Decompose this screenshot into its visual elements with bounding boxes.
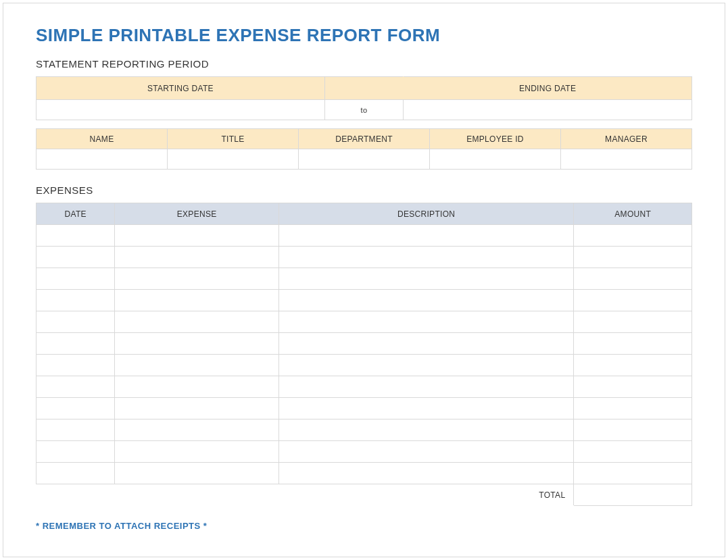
employee-table: NAME TITLE DEPARTMENT EMPLOYEE ID MANAGE…: [36, 128, 692, 170]
period-section-label: STATEMENT REPORTING PERIOD: [36, 58, 692, 70]
employee-header-title: TITLE: [168, 129, 299, 149]
employee-manager-cell[interactable]: [561, 149, 692, 170]
employee-header-manager: MANAGER: [561, 129, 692, 149]
expense-expense-cell[interactable]: [115, 225, 279, 247]
expense-amount-cell[interactable]: [574, 290, 692, 311]
expense-expense-cell[interactable]: [115, 398, 279, 419]
expense-description-cell[interactable]: [278, 441, 574, 463]
expense-date-cell[interactable]: [37, 247, 115, 268]
form-title: SIMPLE PRINTABLE EXPENSE REPORT FORM: [36, 25, 692, 46]
expense-expense-cell[interactable]: [115, 247, 279, 268]
expense-description-cell[interactable]: [278, 355, 574, 376]
expense-description-cell[interactable]: [278, 268, 574, 290]
employee-id-cell[interactable]: [430, 149, 561, 170]
ending-date-cell[interactable]: [404, 100, 692, 120]
table-row: [37, 268, 692, 290]
expense-description-cell[interactable]: [278, 225, 574, 247]
employee-header-employeeid: EMPLOYEE ID: [430, 129, 561, 149]
ending-date-header: ENDING DATE: [404, 77, 692, 100]
expense-date-cell[interactable]: [37, 268, 115, 290]
expense-expense-cell[interactable]: [115, 311, 279, 333]
expense-date-cell[interactable]: [37, 376, 115, 398]
table-row: [37, 311, 692, 333]
expense-expense-cell[interactable]: [115, 441, 279, 463]
expenses-table: DATE EXPENSE DESCRIPTION AMOUNT TOTAL: [36, 203, 692, 506]
expense-description-cell[interactable]: [278, 419, 574, 441]
table-row: [37, 398, 692, 419]
expense-description-cell[interactable]: [278, 376, 574, 398]
expense-expense-cell[interactable]: [115, 376, 279, 398]
expenses-header-expense: EXPENSE: [115, 203, 279, 225]
table-row: [37, 355, 692, 376]
table-row: [37, 290, 692, 311]
expense-amount-cell[interactable]: [574, 268, 692, 290]
period-header-spacer: [324, 77, 403, 100]
table-row: [37, 419, 692, 441]
expense-expense-cell[interactable]: [115, 268, 279, 290]
expense-expense-cell[interactable]: [115, 463, 279, 484]
table-row: [37, 376, 692, 398]
expense-amount-cell[interactable]: [574, 333, 692, 355]
expense-amount-cell[interactable]: [574, 441, 692, 463]
period-table: STARTING DATE ENDING DATE to: [36, 76, 692, 120]
expense-description-cell[interactable]: [278, 290, 574, 311]
expense-date-cell[interactable]: [37, 398, 115, 419]
expense-expense-cell[interactable]: [115, 355, 279, 376]
expense-date-cell[interactable]: [37, 463, 115, 484]
expense-date-cell[interactable]: [37, 333, 115, 355]
expense-amount-cell[interactable]: [574, 311, 692, 333]
table-row: [37, 441, 692, 463]
table-row: [37, 225, 692, 247]
expense-date-cell[interactable]: [37, 311, 115, 333]
expense-date-cell[interactable]: [37, 355, 115, 376]
employee-header-department: DEPARTMENT: [299, 129, 430, 149]
expense-date-cell[interactable]: [37, 419, 115, 441]
expenses-header-date: DATE: [37, 203, 115, 225]
expenses-section: EXPENSES DATE EXPENSE DESCRIPTION AMOUNT…: [36, 184, 692, 506]
expense-amount-cell[interactable]: [574, 355, 692, 376]
expense-description-cell[interactable]: [278, 247, 574, 268]
expense-description-cell[interactable]: [278, 311, 574, 333]
expense-amount-cell[interactable]: [574, 376, 692, 398]
expense-amount-cell[interactable]: [574, 419, 692, 441]
expense-expense-cell[interactable]: [115, 333, 279, 355]
expense-amount-cell[interactable]: [574, 463, 692, 484]
expense-description-cell[interactable]: [278, 463, 574, 484]
total-label: TOTAL: [37, 484, 574, 506]
employee-name-cell[interactable]: [37, 149, 168, 170]
employee-header-name: NAME: [37, 129, 168, 149]
expense-date-cell[interactable]: [37, 441, 115, 463]
starting-date-header: STARTING DATE: [37, 77, 325, 100]
table-row: [37, 247, 692, 268]
form-page: SIMPLE PRINTABLE EXPENSE REPORT FORM STA…: [3, 3, 725, 557]
expense-amount-cell[interactable]: [574, 225, 692, 247]
expense-expense-cell[interactable]: [115, 419, 279, 441]
expenses-header-amount: AMOUNT: [574, 203, 692, 225]
expense-date-cell[interactable]: [37, 225, 115, 247]
table-row: [37, 333, 692, 355]
expense-description-cell[interactable]: [278, 398, 574, 419]
employee-title-cell[interactable]: [168, 149, 299, 170]
expense-amount-cell[interactable]: [574, 398, 692, 419]
period-to-label: to: [324, 100, 403, 120]
starting-date-cell[interactable]: [37, 100, 325, 120]
total-value-cell[interactable]: [574, 484, 692, 506]
expense-expense-cell[interactable]: [115, 290, 279, 311]
expenses-section-label: EXPENSES: [36, 184, 692, 196]
table-row: [37, 463, 692, 484]
expense-date-cell[interactable]: [37, 290, 115, 311]
expense-description-cell[interactable]: [278, 333, 574, 355]
expenses-header-description: DESCRIPTION: [278, 203, 574, 225]
employee-department-cell[interactable]: [299, 149, 430, 170]
footer-note: * REMEMBER TO ATTACH RECEIPTS *: [36, 521, 692, 531]
expense-amount-cell[interactable]: [574, 247, 692, 268]
